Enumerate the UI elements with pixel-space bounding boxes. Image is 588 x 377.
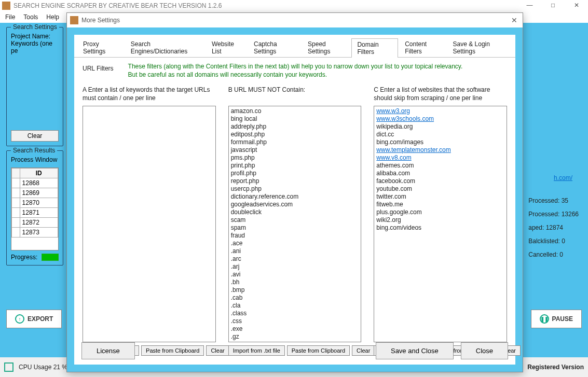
progress-label: Progress: [11, 254, 37, 261]
table-row: 12873 [12, 228, 58, 238]
table-row: 12870 [12, 198, 58, 208]
project-name-label: Project Name: [11, 33, 59, 40]
id-header: ID [20, 169, 58, 178]
tab-engines[interactable]: Search Engines/Dictionaries [125, 38, 205, 57]
search-settings-legend: Search Settings [11, 23, 59, 31]
dialog-icon [70, 16, 78, 24]
tab-domain-filters[interactable]: Domain Filters [351, 38, 398, 58]
tab-speed[interactable]: Speed Settings [302, 38, 350, 57]
stat-cancelled: Cancelled: 0 [528, 248, 579, 261]
tab-save-login[interactable]: Save & Login Settings [447, 38, 512, 57]
results-table[interactable]: ID 12868 12869 12870 12871 12872 12873 [11, 167, 59, 250]
keywords-must-contain-list[interactable] [83, 106, 216, 342]
keywords-label: Keywords (one pe [11, 40, 59, 54]
menu-file[interactable]: File [5, 13, 15, 21]
website-link[interactable]: h.com/ [554, 174, 572, 181]
tab-proxy[interactable]: Proxy Settings [77, 38, 124, 57]
search-settings-group: Search Settings Project Name: Keywords (… [6, 27, 63, 146]
license-button[interactable]: License [81, 342, 135, 359]
save-and-close-button[interactable]: Save and Close [376, 342, 454, 359]
stat-processed-2: Processed: 13266 [528, 207, 579, 221]
export-icon: ↑ [15, 314, 24, 324]
close-button[interactable]: ✕ [565, 0, 588, 11]
stat-processed-1: Processed: 35 [528, 194, 579, 207]
menu-help[interactable]: Help [46, 13, 59, 21]
process-window-label: Process Window [11, 156, 59, 163]
skip-websites-list[interactable]: www.w3.orgwww.w3schools.comwikipedia.org… [374, 106, 507, 342]
stats-panel: Processed: 35 Processed: 13266 aped: 128… [528, 194, 579, 261]
cpu-usage: CPU Usage 21 % [19, 364, 67, 371]
url-must-not-contain-list[interactable]: amazon.cobing localaddreply.phpeditpost.… [228, 106, 362, 342]
cpu-icon [4, 362, 13, 372]
tab-captcha[interactable]: Captcha Settings [248, 38, 301, 57]
clear-button[interactable]: Clear [11, 130, 59, 142]
close-button-dialog[interactable]: Close [461, 342, 508, 359]
pause-icon: ❚❚ [540, 314, 549, 324]
table-row: 12869 [12, 188, 58, 198]
tab-website[interactable]: Website List [206, 38, 247, 57]
stat-scraped: aped: 12874 [528, 221, 579, 234]
export-button[interactable]: ↑ EXPORT [6, 310, 62, 328]
maximize-button[interactable]: □ [541, 0, 565, 11]
table-row: 12871 [12, 208, 58, 218]
dialog-close-button[interactable]: ✕ [506, 16, 523, 24]
dialog-title: More Settings [81, 17, 506, 24]
url-filters-description: These filters (along with the Content Fi… [128, 63, 463, 79]
window-title: SEARCH ENGINE SCRAPER BY CREATIVE BEAR T… [13, 2, 518, 9]
tabs: Proxy Settings Search Engines/Dictionari… [74, 35, 515, 58]
menu-tools[interactable]: Tools [23, 13, 38, 21]
more-settings-dialog: More Settings ✕ Proxy Settings Search En… [66, 12, 523, 372]
column-a-header: A Enter a list of keywords that the targ… [83, 86, 216, 103]
tab-content-filters[interactable]: Content Filters [399, 38, 446, 57]
column-b-header: B URL MUST NOT Contain: [228, 86, 362, 103]
minimize-button[interactable]: — [518, 0, 541, 11]
main-titlebar: SEARCH ENGINE SCRAPER BY CREATIVE BEAR T… [0, 0, 588, 11]
app-icon [2, 2, 10, 10]
progress-bar [42, 254, 59, 261]
search-results-legend: Search Results [11, 147, 57, 154]
search-results-group: Search Results Process Window ID 12868 1… [6, 150, 63, 266]
table-row: 12868 [12, 178, 58, 188]
pause-button[interactable]: ❚❚ PAUSE [531, 310, 582, 328]
url-filters-label: URL Filters [83, 63, 114, 72]
table-row: 12872 [12, 218, 58, 228]
registered-label: Registered Version [527, 364, 584, 371]
column-c-header: C Enter a list of websites that the soft… [374, 86, 507, 103]
stat-blacklisted: Balcklisted: 0 [528, 234, 579, 248]
